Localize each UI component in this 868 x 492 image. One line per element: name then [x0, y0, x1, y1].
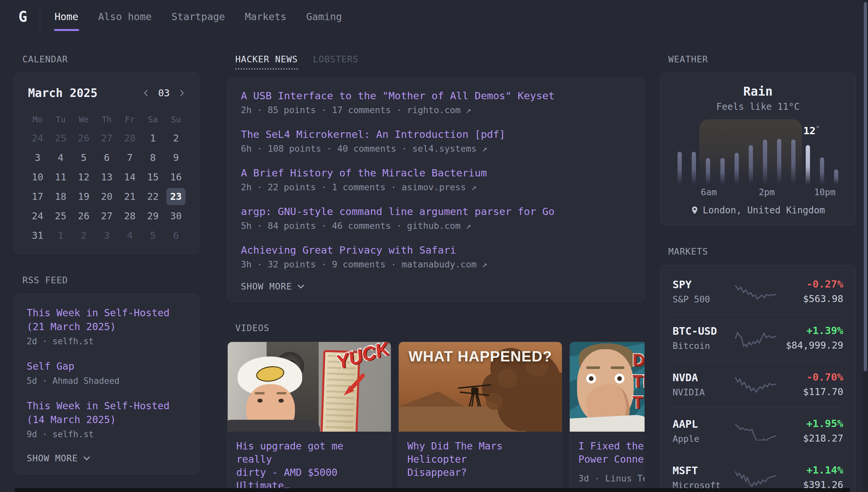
calendar-day: 21	[118, 187, 141, 206]
calendar-day: 10	[26, 167, 49, 187]
calendar-grid: 2425262728123456789101112131415161718192…	[26, 128, 187, 245]
nav-tab-also-home[interactable]: Also home	[98, 0, 152, 33]
video-card[interactable]: WHAT HAPPENED? Why Did The Mars Helicopt…	[398, 342, 562, 491]
news-item-link[interactable]: Achieving Great Privacy with Safari	[241, 243, 631, 256]
market-change: -0.27%	[778, 278, 843, 290]
video-title-line: Disappear?	[407, 466, 553, 479]
rss-item-meta: 5d · Ahmad Shadeed	[27, 376, 187, 386]
calendar-day: 27	[95, 128, 118, 148]
calendar-day: 19	[72, 187, 95, 206]
right-column: WEATHER Rain Feels like 11°C 12° 6am 2pm…	[660, 33, 856, 492]
calendar-day: 16	[164, 167, 187, 187]
weather-location: London, United Kingdom	[661, 205, 855, 216]
rss-item-link[interactable]: This Week in Self-Hosted (21 March 2025)	[27, 306, 187, 334]
weekday-label: We	[72, 115, 95, 124]
news-item-link[interactable]: argp: GNU-style command line argument pa…	[241, 205, 631, 218]
calendar-day: 1	[49, 225, 72, 245]
tab-hacker-news[interactable]: HACKER NEWS	[235, 54, 298, 70]
rss-item: This Week in Self-Hosted (21 March 2025)…	[27, 306, 187, 346]
calendar-day: 28	[118, 206, 141, 225]
calendar-day: 6	[164, 225, 187, 245]
calendar-prev-icon[interactable]	[142, 89, 150, 97]
video-thumbnail[interactable]: DO TH T	[570, 342, 645, 432]
weekday-label: Sa	[141, 115, 164, 124]
markets-section-label: MARKETS	[660, 246, 856, 256]
calendar-day: 4	[49, 148, 72, 167]
nav-tab-startpage[interactable]: Startpage	[172, 0, 225, 33]
calendar-widget: March 2025 03 Mo Tu We Th Fr Sa	[15, 73, 199, 254]
rss-item-link[interactable]: This Week in Self-Hosted (14 March 2025)	[27, 399, 187, 427]
news-item-link[interactable]: A Brief History of the Miracle Bacterium	[241, 166, 631, 179]
news-item: argp: GNU-style command line argument pa…	[241, 205, 631, 231]
calendar-day: 3	[26, 148, 49, 167]
weather-bar	[763, 140, 767, 184]
video-thumbnail[interactable]: YUCK	[228, 342, 391, 432]
calendar-next-icon[interactable]	[178, 89, 186, 97]
scrollbar-track[interactable]	[863, 0, 868, 492]
videos-section-label: VIDEOS	[227, 323, 645, 333]
yuck-text: YUCK	[334, 342, 391, 373]
calendar-day: 5	[141, 225, 164, 245]
weather-bar-chart: 12°	[676, 120, 840, 184]
tab-lobsters[interactable]: LOBSTERS	[313, 54, 359, 64]
market-row[interactable]: AAPL Apple +1.95% $218.27	[672, 407, 844, 454]
rss-item-meta: 2d · selfh.st	[27, 336, 187, 346]
market-row[interactable]: MSFT Microsoft +1.14% $391.26	[672, 454, 844, 492]
weather-bar	[678, 152, 682, 184]
calendar-day: 5	[72, 148, 95, 167]
logo-glyph: G	[19, 8, 27, 25]
nav-tab-markets[interactable]: Markets	[245, 0, 286, 33]
video-title[interactable]: Why Did The Mars Helicopter Disappear?	[407, 440, 553, 479]
rss-section-label: RSS FEED	[15, 275, 199, 285]
calendar-day: 15	[141, 167, 164, 187]
dont-text-line: DO	[632, 350, 645, 370]
video-title-line: Power Connect	[578, 453, 645, 466]
eye-shape	[586, 374, 596, 384]
logo[interactable]: G	[19, 0, 27, 33]
nav-tab-home[interactable]: Home	[55, 0, 78, 33]
video-card[interactable]: DO TH T I Fixed the 5 Power Connect 3d ·…	[570, 342, 645, 491]
weather-bar	[806, 145, 810, 184]
red-arrow-icon	[340, 374, 366, 400]
news-show-more-button[interactable]: SHOW MORE	[241, 281, 631, 292]
video-card[interactable]: YUCK His upgrade got me really dirty - A…	[227, 342, 391, 491]
news-item: A USB Interface to the "Mother of All De…	[241, 89, 631, 115]
market-sparkline	[734, 374, 778, 394]
rss-feed-widget: This Week in Self-Hosted (21 March 2025)…	[15, 294, 199, 474]
market-row[interactable]: BTC-USD Bitcoin +1.39% $84,999.29	[672, 314, 844, 361]
calendar-day: 18	[49, 187, 72, 206]
chevron-down-icon	[297, 284, 305, 289]
what-happened-text: WHAT HAPPENED?	[399, 348, 562, 365]
video-title-line: I Fixed the 5	[578, 440, 645, 453]
market-ticker: MSFT	[673, 464, 734, 477]
market-sparkline	[734, 421, 778, 441]
brow-shape	[277, 392, 286, 394]
rss-show-more-button[interactable]: SHOW MORE	[27, 453, 187, 463]
calendar-day: 23	[164, 187, 187, 206]
calendar-title: March 2025	[28, 87, 98, 100]
market-ticker: NVDA	[673, 371, 734, 384]
calendar-weekday-row: Mo Tu We Th Fr Sa Su	[26, 115, 187, 124]
video-thumbnail[interactable]: WHAT HAPPENED?	[399, 342, 562, 432]
video-meta: 3d · Linus Tec	[578, 473, 645, 484]
market-change: -0.70%	[778, 371, 843, 383]
calendar-day: 13	[95, 167, 118, 187]
news-item: A Brief History of the Miracle Bacterium…	[241, 166, 631, 192]
show-more-label: SHOW MORE	[27, 453, 78, 463]
market-row[interactable]: NVDA NVIDIA -0.70% $117.70	[672, 361, 844, 407]
nav-tab-gaming[interactable]: Gaming	[306, 0, 342, 33]
video-title[interactable]: His upgrade got me really dirty - AMD $5…	[236, 440, 382, 491]
time-tick-label: 6am	[701, 187, 717, 197]
weather-widget: Rain Feels like 11°C 12° 6am 2pm 10pm Lo…	[660, 73, 856, 225]
news-item-link[interactable]: A USB Interface to the "Mother of All De…	[241, 89, 631, 102]
calendar-day: 29	[141, 206, 164, 225]
news-item-link[interactable]: The SeL4 Microkernel: An Introduction [p…	[241, 128, 631, 141]
scrollbar-thumb[interactable]	[864, 2, 867, 371]
nav-tabs: Home Also home Startpage Markets Gaming	[55, 0, 342, 33]
brow-shape	[255, 392, 265, 394]
rss-item-link[interactable]: Self Gap	[27, 360, 187, 373]
blazer-shape	[570, 414, 645, 432]
market-row[interactable]: SPY S&P 500 -0.27% $563.98	[672, 268, 844, 314]
video-title[interactable]: I Fixed the 5 Power Connect	[578, 440, 645, 466]
calendar-day: 25	[49, 206, 72, 225]
